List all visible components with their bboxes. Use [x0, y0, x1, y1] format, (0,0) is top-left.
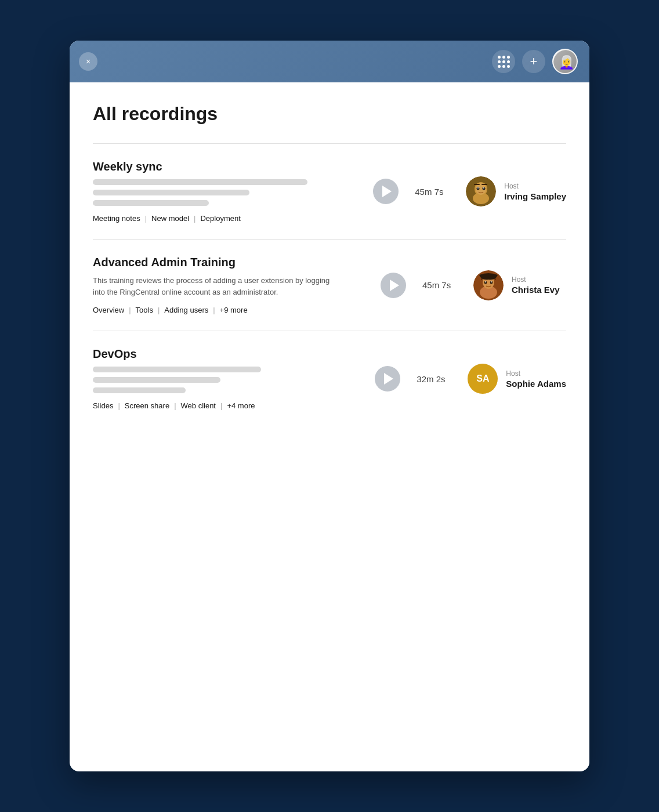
- recording-item: DevOps Slides | Screen share | Web clien…: [93, 331, 566, 426]
- host-text: Host Christa Evy: [512, 276, 560, 295]
- recording-title: Advanced Admin Training: [93, 256, 367, 269]
- recording-info: Weekly sync Meeting notes | New model | …: [93, 160, 359, 223]
- host-avatar-initials: SA: [468, 364, 498, 394]
- tag-separator: |: [118, 401, 120, 410]
- host-info: Host Irving Sampley: [466, 176, 566, 206]
- add-button[interactable]: +: [522, 50, 545, 73]
- recording-info: DevOps Slides | Screen share | Web clien…: [93, 347, 361, 410]
- recording-tags: Overview | Tools | Adding users | +9 mor…: [93, 306, 367, 314]
- tag-separator: |: [145, 214, 147, 223]
- svg-point-16: [491, 281, 492, 282]
- tag-more[interactable]: +4 more: [227, 401, 255, 410]
- grid-icon: [498, 56, 510, 68]
- host-avatar: [473, 270, 504, 300]
- tag-separator: |: [129, 306, 131, 314]
- play-icon: [382, 186, 392, 197]
- tag-item: Web client: [181, 401, 216, 410]
- skeleton-line: [93, 190, 249, 195]
- svg-rect-9: [481, 184, 487, 185]
- tag-item: Overview: [93, 306, 124, 314]
- recording-info: Advanced Admin Training This training re…: [93, 256, 367, 314]
- recording-item: Advanced Admin Training This training re…: [93, 240, 566, 331]
- recording-title: DevOps: [93, 347, 361, 361]
- main-content: All recordings Weekly sync Meeting notes…: [70, 82, 589, 449]
- host-avatar-image: [466, 176, 496, 206]
- host-info: Host Christa Evy: [473, 270, 566, 300]
- tag-item: Screen share: [125, 401, 169, 410]
- host-text: Host Irving Sampley: [504, 182, 566, 201]
- host-text: Host Sophie Adams: [506, 369, 566, 389]
- host-label: Host: [504, 182, 566, 190]
- recording-title: Weekly sync: [93, 160, 359, 173]
- user-avatar-button[interactable]: 👩‍🦳: [552, 49, 578, 74]
- recording-tags: Slides | Screen share | Web client | +4 …: [93, 401, 361, 410]
- tag-item: Deployment: [200, 214, 240, 223]
- tag-item: Tools: [136, 306, 153, 314]
- host-name: Sophie Adams: [506, 379, 566, 389]
- svg-point-6: [477, 187, 479, 188]
- skeleton-line: [93, 377, 220, 383]
- play-button[interactable]: [375, 366, 400, 392]
- header-left: ×: [79, 52, 97, 71]
- host-info: SA Host Sophie Adams: [468, 364, 566, 394]
- tag-separator: |: [158, 306, 160, 314]
- skeleton-line: [93, 387, 186, 393]
- host-avatar-image: [473, 270, 504, 300]
- play-icon: [390, 280, 399, 291]
- recording-meta: 45m 7s: [381, 270, 566, 300]
- close-button[interactable]: ×: [79, 52, 97, 71]
- initials-text: SA: [476, 374, 489, 384]
- tag-separator: |: [194, 214, 195, 223]
- tag-separator: |: [174, 401, 176, 410]
- svg-rect-8: [474, 184, 480, 185]
- recording-top: Weekly sync Meeting notes | New model | …: [93, 160, 566, 223]
- header-bar: × + 👩‍🦳: [70, 41, 589, 82]
- host-name: Christa Evy: [512, 285, 560, 295]
- tag-item: New model: [151, 214, 189, 223]
- duration: 32m 2s: [417, 374, 451, 384]
- tag-separator: |: [213, 306, 215, 314]
- skeleton-lines: [93, 367, 361, 393]
- play-icon: [384, 373, 393, 385]
- skeleton-line: [93, 179, 307, 185]
- page-title: All recordings: [93, 103, 566, 125]
- recording-item: Weekly sync Meeting notes | New model | …: [93, 144, 566, 240]
- add-icon: +: [530, 54, 538, 69]
- recording-tags: Meeting notes | New model | Deployment: [93, 214, 359, 223]
- play-button[interactable]: [373, 179, 399, 204]
- tag-item: Slides: [93, 401, 113, 410]
- close-icon: ×: [86, 57, 90, 66]
- host-name: Irving Sampley: [504, 191, 566, 201]
- skeleton-line: [93, 200, 209, 206]
- skeleton-line: [93, 367, 261, 372]
- recording-top: DevOps Slides | Screen share | Web clien…: [93, 347, 566, 410]
- host-avatar: [466, 176, 496, 206]
- app-window: × + 👩‍🦳 All recordings: [70, 41, 589, 771]
- recording-meta: 45m 7s: [373, 176, 566, 206]
- host-label: Host: [512, 276, 560, 284]
- svg-point-15: [485, 281, 486, 282]
- play-button[interactable]: [381, 273, 406, 298]
- svg-point-7: [483, 187, 484, 188]
- duration: 45m 7s: [415, 187, 450, 197]
- tag-more[interactable]: +9 more: [220, 306, 248, 314]
- skeleton-lines: [93, 179, 359, 206]
- user-avatar-icon: 👩‍🦳: [553, 50, 578, 74]
- header-right: + 👩‍🦳: [492, 49, 578, 74]
- recording-description: This training reviews the process of add…: [93, 275, 336, 298]
- tag-item: Adding users: [164, 306, 208, 314]
- duration: 45m 7s: [422, 280, 457, 290]
- tag-item: Meeting notes: [93, 214, 140, 223]
- tag-separator: |: [220, 401, 222, 410]
- recording-top: Advanced Admin Training This training re…: [93, 256, 566, 314]
- grid-button[interactable]: [492, 50, 515, 73]
- host-label: Host: [506, 369, 566, 378]
- recording-meta: 32m 2s SA Host Sophie Adams: [375, 364, 566, 394]
